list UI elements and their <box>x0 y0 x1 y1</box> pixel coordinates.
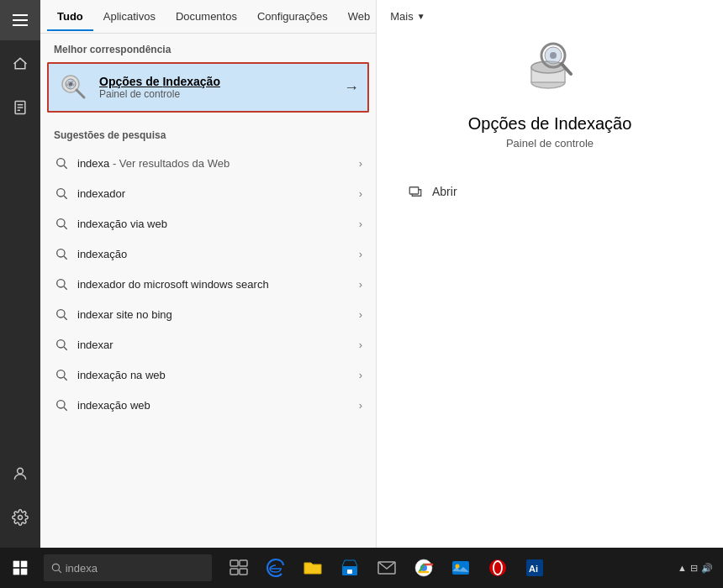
edge-icon <box>266 558 286 578</box>
open-icon <box>407 183 424 200</box>
svg-point-15 <box>66 84 69 87</box>
svg-point-11 <box>68 81 71 84</box>
detail-panel: Opções de Indexação Painel de controle A… <box>377 0 723 588</box>
suggestion-text-1: indexador <box>77 187 359 200</box>
tab-aplicativos[interactable]: Aplicativos <box>93 2 166 31</box>
search-icon-0 <box>54 155 69 171</box>
detail-title: Opções de Indexação <box>468 114 632 134</box>
svg-rect-52 <box>230 569 238 575</box>
svg-point-41 <box>550 52 557 59</box>
search-icon-6 <box>54 337 69 352</box>
suggestions-section: Sugestões de pesquisa indexa - Ver resul… <box>40 123 376 420</box>
tabs-bar: Tudo Aplicativos Documentos Configuraçõe… <box>40 0 376 34</box>
tab-mais[interactable]: Mais ▼ <box>380 2 435 31</box>
svg-point-18 <box>57 189 65 197</box>
taskbar-search-icon <box>50 562 62 574</box>
suggestion-indexar-bing[interactable]: indexar site no bing › <box>40 299 376 329</box>
svg-point-28 <box>57 340 65 348</box>
suggestion-indexacao-na-web[interactable]: indexação na web › <box>40 360 376 390</box>
suggestion-text-4: indexador do microsoft windows search <box>77 278 359 291</box>
search-panel: Tudo Aplicativos Documentos Configuraçõe… <box>40 0 377 588</box>
svg-line-10 <box>77 90 84 97</box>
search-icon-2 <box>54 216 69 231</box>
chevron-right-icon-1: › <box>359 187 362 200</box>
sidebar-menu-button[interactable] <box>0 0 40 40</box>
blue-app-button[interactable]: Ai <box>518 551 551 585</box>
hamburger-icon <box>13 14 28 26</box>
taskbar-icons: Ai <box>215 551 668 585</box>
suggestion-indexacao-via-web[interactable]: indexação via web › <box>40 208 376 239</box>
svg-line-49 <box>59 570 61 573</box>
taskbar: indexa <box>0 548 723 588</box>
suggestion-text-2: indexação via web <box>77 218 359 230</box>
suggestion-indexador[interactable]: indexador › <box>40 178 376 208</box>
svg-rect-50 <box>230 560 238 566</box>
sidebar-home-button[interactable] <box>0 44 40 84</box>
svg-text:Ai: Ai <box>529 564 538 574</box>
suggestion-indexar[interactable]: indexar › <box>40 329 376 360</box>
task-view-button[interactable] <box>222 551 256 585</box>
tab-configuracoes[interactable]: Configurações <box>247 2 338 31</box>
suggestion-text-5: indexar site no bing <box>77 308 359 321</box>
search-options-icon <box>59 72 89 102</box>
mail-button[interactable] <box>370 551 404 585</box>
photos-button[interactable] <box>444 551 478 585</box>
suggestion-indexa[interactable]: indexa - Ver resultados da Web › <box>40 148 376 178</box>
suggestions-label: Sugestões de pesquisa <box>40 129 376 148</box>
svg-point-14 <box>69 86 71 88</box>
taskbar-search[interactable]: indexa <box>44 554 212 581</box>
sidebar-person-button[interactable] <box>0 454 40 494</box>
chevron-right-icon-2: › <box>359 218 362 230</box>
opera-icon <box>488 558 508 578</box>
best-match-title: Opções de Indexação <box>99 75 220 88</box>
best-match-subtitle: Painel de controle <box>99 88 220 100</box>
chevron-right-icon-8: › <box>359 399 362 412</box>
svg-line-23 <box>64 256 67 260</box>
chevron-right-icon-4: › <box>359 278 362 291</box>
chrome-icon <box>414 558 434 578</box>
svg-point-4 <box>18 468 24 474</box>
opera-button[interactable] <box>481 551 515 585</box>
tab-web[interactable]: Web <box>338 2 381 31</box>
windows-icon <box>12 559 29 576</box>
svg-point-32 <box>57 401 65 408</box>
svg-line-25 <box>64 286 67 290</box>
tabs-left: Tudo Aplicativos Documentos Configuraçõe… <box>47 2 435 31</box>
suggestion-text-3: indexação <box>77 248 359 260</box>
document-icon <box>12 99 29 116</box>
tab-documentos[interactable]: Documentos <box>166 2 247 31</box>
home-icon <box>12 55 29 72</box>
svg-point-30 <box>57 370 65 378</box>
mail-icon <box>377 558 397 578</box>
suggestion-indexacao[interactable]: indexação › <box>40 239 376 269</box>
svg-line-31 <box>64 377 67 381</box>
sidebar-document-button[interactable] <box>0 87 40 128</box>
best-match-arrow-button[interactable]: → <box>335 62 369 113</box>
svg-point-12 <box>71 81 74 83</box>
start-button[interactable] <box>0 548 40 588</box>
store-button[interactable] <box>333 551 367 585</box>
chrome-button[interactable] <box>407 551 441 585</box>
search-results: Melhor correspondência <box>40 34 376 554</box>
svg-rect-45 <box>21 561 28 568</box>
svg-line-17 <box>64 165 67 169</box>
svg-rect-51 <box>240 560 247 566</box>
tab-tudo[interactable]: Tudo <box>47 2 93 31</box>
svg-point-61 <box>489 559 506 576</box>
detail-subtitle: Painel de controle <box>506 137 594 150</box>
folder-button[interactable] <box>296 551 330 585</box>
sidebar-settings-button[interactable] <box>0 497 40 538</box>
search-icon-3 <box>54 246 69 261</box>
network-icon: ⊟ <box>690 563 698 574</box>
svg-line-21 <box>64 226 67 229</box>
search-icon-7 <box>54 367 69 382</box>
svg-rect-47 <box>21 569 28 575</box>
detail-app-icon <box>516 34 583 101</box>
suggestion-indexador-ms[interactable]: indexador do microsoft windows search › <box>40 269 376 299</box>
suggestion-text-7: indexação na web <box>77 369 359 381</box>
best-match-item[interactable]: Opções de Indexação Painel de controle <box>47 62 335 113</box>
detail-action-open[interactable]: Abrir <box>404 176 696 207</box>
edge-button[interactable] <box>259 551 293 585</box>
suggestion-indexacao-web[interactable]: indexação web › <box>40 390 376 420</box>
suggestion-text-0: indexa - Ver resultados da Web <box>77 157 359 170</box>
